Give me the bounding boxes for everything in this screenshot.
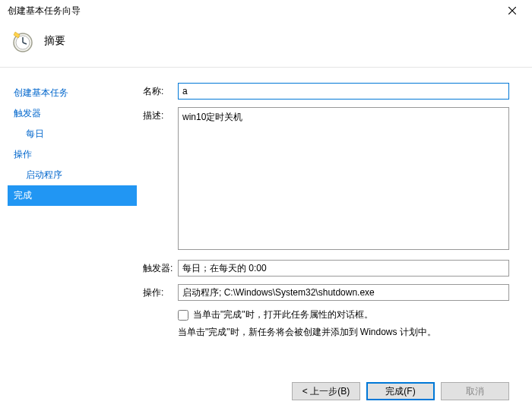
desc-label: 描述: [143,107,178,122]
sidebar-item[interactable]: 创建基本任务 [8,83,137,103]
clock-icon [11,29,35,53]
name-row: 名称: [143,83,509,100]
sidebar-item[interactable]: 启动程序 [8,165,137,185]
titlebar: 创建基本任务向导 [0,0,532,21]
page-heading: 摘要 [44,34,65,48]
window-title: 创建基本任务向导 [8,5,497,17]
back-button[interactable]: < 上一步(B) [292,382,360,400]
close-icon [508,7,516,14]
wizard-sidebar: 创建基本任务触发器每日操作启动程序完成 [0,83,137,339]
open-properties-label: 当单击"完成"时，打开此任务属性的对话框。 [193,308,373,321]
close-button[interactable] [497,0,527,21]
sidebar-item[interactable]: 每日 [8,124,137,144]
trigger-label: 触发器: [143,260,178,275]
trigger-value[interactable] [178,260,509,277]
wizard-body: 创建基本任务触发器每日操作启动程序完成 名称: 描述: 触发器: 操作: [0,68,532,339]
desc-row: 描述: [143,107,509,252]
action-value[interactable] [178,284,509,301]
wizard-content: 名称: 描述: 触发器: 操作: 当单击"完成"时，打开此任务属性 [137,83,532,339]
trigger-row: 触发器: [143,260,509,277]
finish-button[interactable]: 完成(F) [366,382,435,400]
wizard-footer: < 上一步(B) 完成(F) 取消 [292,382,509,400]
wizard-header: 摘要 [0,21,532,67]
cancel-button[interactable]: 取消 [441,382,509,400]
desc-input[interactable] [178,107,509,250]
name-label: 名称: [143,83,178,98]
open-properties-checkbox[interactable] [178,310,188,321]
finish-note: 当单击"完成"时，新任务将会被创建并添加到 Windows 计划中。 [178,326,509,339]
name-input[interactable] [178,83,509,100]
sidebar-item[interactable]: 完成 [8,185,137,206]
open-properties-row: 当单击"完成"时，打开此任务属性的对话框。 [178,308,509,321]
sidebar-item[interactable]: 操作 [8,144,137,165]
action-label: 操作: [143,284,178,299]
action-row: 操作: [143,284,509,301]
sidebar-item[interactable]: 触发器 [8,103,137,124]
